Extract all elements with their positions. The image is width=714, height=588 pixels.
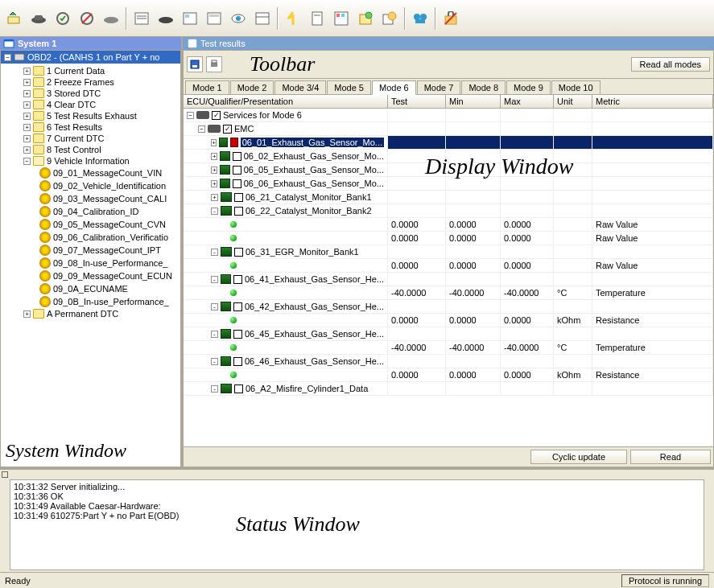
expand-icon[interactable]: + xyxy=(23,90,31,97)
tb-btn-4[interactable] xyxy=(76,7,98,30)
grid-row[interactable]: 0.00000.00000.0000kOhmResistance xyxy=(184,368,713,382)
checkbox[interactable] xyxy=(234,248,243,257)
tab-mode-1[interactable]: Mode 1 xyxy=(185,80,229,94)
header-max[interactable]: Max xyxy=(501,95,554,108)
tab-mode-9[interactable]: Mode 9 xyxy=(506,80,551,94)
expand-icon[interactable]: + xyxy=(23,68,31,75)
tree-item[interactable]: 09_0A_ECUNAME xyxy=(4,282,177,295)
tree-item[interactable]: 09_04_Calibration_ID xyxy=(4,205,177,218)
checkbox[interactable]: ✓ xyxy=(223,125,232,134)
tab-mode-6[interactable]: Mode 6 xyxy=(372,80,416,95)
header-qualifier[interactable]: ECU/Qualifier/Presentation xyxy=(184,95,388,108)
tree-item[interactable]: 09_09_MessageCount_ECUN xyxy=(4,269,177,282)
checkbox[interactable] xyxy=(234,384,243,393)
tree-item[interactable]: 09_02_Vehicle_Identification xyxy=(4,179,177,192)
checkbox[interactable] xyxy=(233,152,241,161)
tb-btn-16[interactable] xyxy=(378,7,401,30)
grid-row[interactable]: -40.0000-40.0000-40.0000°CTemperature xyxy=(184,341,713,355)
tb-btn-18[interactable] xyxy=(440,7,462,30)
read-all-modes-button[interactable]: Read all modes xyxy=(631,57,710,72)
grid-row[interactable]: +06_05_Exhaust_Gas_Sensor_Mo... xyxy=(184,163,713,177)
checkbox[interactable] xyxy=(234,207,243,216)
tb-btn-11[interactable] xyxy=(251,7,274,30)
checkbox[interactable] xyxy=(233,166,241,175)
header-metric[interactable]: Metric xyxy=(592,95,713,108)
grid-row[interactable]: -06_A2_Misfire_Cylinder1_Data xyxy=(184,382,713,396)
tab-mode-10[interactable]: Mode 10 xyxy=(551,80,601,94)
tree-item[interactable]: +5 Test Results Exhaust xyxy=(4,110,177,121)
tree-item[interactable]: 09_07_MessageCount_IPT xyxy=(4,244,177,257)
header-test[interactable]: Test xyxy=(388,95,446,108)
tb-btn-17[interactable] xyxy=(409,7,431,30)
expand-icon[interactable]: + xyxy=(23,124,31,131)
tb-btn-12[interactable] xyxy=(282,7,304,30)
checkbox[interactable] xyxy=(233,275,242,284)
grid-row[interactable]: +06_02_Exhaust_Gas_Sensor_Mo... xyxy=(184,150,713,163)
grid-row[interactable]: -06_22_Catalyst_Monitor_Bank2 xyxy=(184,204,713,218)
grid-row[interactable]: -06_31_EGR_Monitor_Bank1 xyxy=(184,245,713,259)
tree-item[interactable]: 09_01_MessageCount_VIN xyxy=(4,167,177,179)
save-button[interactable] xyxy=(187,56,203,72)
grid-row[interactable]: -06_41_Exhaust_Gas_Sensor_He... xyxy=(184,273,713,286)
grid-row[interactable]: −✓Services for Mode 6 xyxy=(184,109,713,122)
tb-btn-6[interactable] xyxy=(130,7,153,30)
checkbox[interactable] xyxy=(233,179,241,188)
tb-btn-5[interactable] xyxy=(100,7,122,30)
tree-item[interactable]: +6 Test Results xyxy=(4,121,177,133)
expand-icon[interactable]: + xyxy=(23,135,31,142)
tree-item[interactable]: +A Permanent DTC xyxy=(4,308,177,319)
grid-row[interactable]: -40.0000-40.0000-40.0000°CTemperature xyxy=(184,286,713,300)
tree-item[interactable]: +7 Current DTC xyxy=(4,133,177,144)
expand-icon[interactable]: + xyxy=(23,101,31,109)
grid-row[interactable]: −✓EMC xyxy=(184,122,713,136)
grid-row[interactable]: +06_21_Catalyst_Monitor_Bank1 xyxy=(184,191,713,204)
tb-btn-1[interactable] xyxy=(3,7,26,30)
tb-btn-10[interactable] xyxy=(227,7,250,30)
tree-item[interactable]: +8 Test Control xyxy=(4,144,177,155)
collapse-icon[interactable]: − xyxy=(4,54,11,61)
tb-btn-3[interactable] xyxy=(52,7,74,30)
grid-body[interactable]: Display Window −✓Services for Mode 6−✓EM… xyxy=(183,109,714,447)
tree-item[interactable]: −9 Vehicle Information xyxy=(4,155,177,167)
expand-icon[interactable]: + xyxy=(23,113,31,120)
tb-btn-15[interactable] xyxy=(354,7,377,30)
tb-btn-14[interactable] xyxy=(330,7,353,30)
grid-row[interactable]: +06_01_Exhaust_Gas_Sensor_Mo... xyxy=(184,136,713,150)
checkbox[interactable] xyxy=(234,193,243,202)
tab-mode-5[interactable]: Mode 5 xyxy=(327,80,371,94)
grid-row[interactable]: 0.00000.00000.0000kOhmResistance xyxy=(184,314,713,327)
close-icon[interactable] xyxy=(2,471,8,478)
expand-icon[interactable]: + xyxy=(23,79,31,86)
collapse-icon[interactable]: − xyxy=(23,158,31,165)
grid-row[interactable]: 0.00000.00000.0000Raw Value xyxy=(184,232,713,245)
tb-btn-2[interactable] xyxy=(27,7,50,30)
log-area[interactable]: 10:31:32 Server initializing...10:31:36 … xyxy=(10,479,704,570)
tree-item[interactable]: 09_05_MessageCount_CVN xyxy=(4,218,177,231)
tab-mode-8[interactable]: Mode 8 xyxy=(461,80,506,94)
tb-btn-9[interactable] xyxy=(203,7,225,30)
tb-btn-13[interactable] xyxy=(306,7,328,30)
checkbox[interactable]: ✓ xyxy=(212,111,221,120)
tab-mode-3-4[interactable]: Mode 3/4 xyxy=(274,80,326,94)
grid-row[interactable]: 0.00000.00000.0000Raw Value xyxy=(184,259,713,273)
checkbox[interactable] xyxy=(233,302,242,311)
expand-icon[interactable]: + xyxy=(23,310,31,318)
tb-btn-8[interactable] xyxy=(179,7,201,30)
grid-row[interactable]: -06_42_Exhaust_Gas_Sensor_He... xyxy=(184,300,713,314)
expand-icon[interactable]: + xyxy=(23,146,31,154)
tree-item[interactable]: 09_0B_In-use_Performance_ xyxy=(4,295,177,308)
print-button[interactable] xyxy=(206,56,222,72)
grid-row[interactable]: +06_06_Exhaust_Gas_Sensor_Mo... xyxy=(184,177,713,191)
read-button[interactable]: Read xyxy=(630,450,711,464)
tb-btn-7[interactable] xyxy=(155,7,177,30)
grid-row[interactable]: -06_46_Exhaust_Gas_Sensor_He... xyxy=(184,355,713,368)
tree-item[interactable]: 09_08_In-use_Performance_ xyxy=(4,257,177,269)
tree-item[interactable]: +1 Current Data xyxy=(4,65,177,76)
cyclic-update-button[interactable]: Cyclic update xyxy=(530,450,627,464)
obd-root-node[interactable]: − OBD2 - (CANHS 1 on Part Y + no xyxy=(1,51,180,64)
checkbox[interactable] xyxy=(233,357,242,366)
checkbox[interactable] xyxy=(233,330,242,339)
grid-row[interactable]: 0.00000.00000.0000Raw Value xyxy=(184,218,713,232)
tab-mode-2[interactable]: Mode 2 xyxy=(230,80,274,94)
header-min[interactable]: Min xyxy=(446,95,501,108)
